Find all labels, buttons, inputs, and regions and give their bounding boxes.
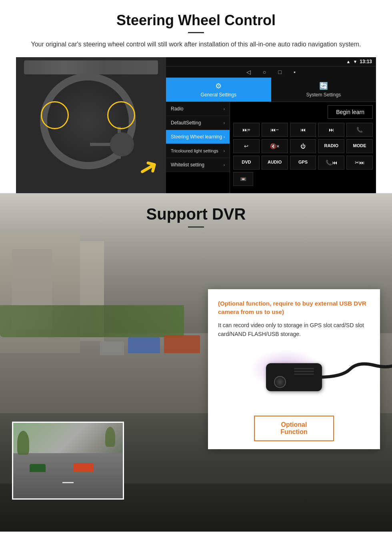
- ctrl-cut-next[interactable]: ✂⏭: [346, 156, 373, 170]
- dvr-divider: [188, 226, 204, 228]
- ctrl-vol-down[interactable]: ⏮−: [262, 123, 288, 137]
- system-icon: 🔄: [319, 82, 328, 90]
- menu-steering-label: Steering Wheel learning: [171, 134, 222, 140]
- ctrl-power[interactable]: ⏻: [290, 139, 316, 153]
- control-row-2: ↩ 🔇× ⏻ RADIO MODE: [233, 139, 373, 153]
- ctrl-next-track[interactable]: ⏭: [318, 123, 344, 137]
- wheel-hub: [110, 132, 134, 156]
- tab-general-settings[interactable]: ⚙ General Settings: [166, 78, 271, 102]
- preview-car-2: [74, 463, 94, 472]
- begin-learn-button[interactable]: Begin learn: [328, 105, 373, 119]
- tab-general-label: General Settings: [201, 92, 236, 98]
- control-row-3: DVD AUDIO GPS 📞⏮ ✂⏭: [233, 156, 373, 170]
- highlight-circle-left: [41, 101, 69, 129]
- title-divider1: [188, 32, 204, 33]
- dvr-title: Support DVR: [0, 205, 392, 223]
- menu-radio-label: Radio: [171, 106, 183, 112]
- highlight-circle-right: [107, 101, 135, 129]
- ctrl-phone-prev[interactable]: 📞⏮: [318, 156, 344, 170]
- android-nav-bar: ◁ ○ □ ▪: [166, 66, 376, 78]
- section1-subtitle: Your original car's steering wheel contr…: [16, 40, 376, 49]
- camera-lens-icon: [274, 376, 286, 388]
- dvr-cam-body: [266, 363, 322, 391]
- usb-cable-svg: [318, 357, 392, 393]
- chevron-icon: ›: [224, 135, 225, 139]
- settings-body: Radio › DefaultSetting › Steering Wheel …: [166, 102, 376, 193]
- dvr-content: Support DVR: [0, 193, 392, 232]
- ctrl-vol-up[interactable]: ⏭+: [233, 123, 260, 137]
- ctrl-radio[interactable]: RADIO: [318, 139, 344, 153]
- dvr-title-area: Support DVR: [0, 193, 392, 232]
- dvr-optional-text: (Optional function, require to buy exter…: [218, 299, 370, 316]
- steering-section: Steering Wheel Control Your original car…: [0, 0, 392, 193]
- menu-item-whitelist[interactable]: Whitelist setting ›: [166, 158, 230, 172]
- gear-icon: ⚙: [215, 82, 222, 90]
- signal-icon: ▲: [346, 59, 351, 64]
- ctrl-mute[interactable]: 🔇×: [262, 139, 288, 153]
- preview-car-1: [30, 464, 46, 472]
- wifi-icon: ▼: [353, 59, 357, 64]
- settings-tabs: ⚙ General Settings 🔄 System Settings: [166, 78, 376, 102]
- ctrl-gps[interactable]: GPS: [290, 156, 316, 170]
- control-top-row: Begin learn: [233, 105, 373, 119]
- section1-title: Steering Wheel Control: [16, 12, 376, 29]
- chevron-icon: ›: [224, 149, 225, 153]
- vent-3: [294, 374, 314, 375]
- chevron-icon: ›: [224, 121, 225, 125]
- dvr-section: Support DVR (Optional function, require …: [0, 193, 392, 532]
- menu-whitelist-label: Whitelist setting: [171, 162, 204, 168]
- control-row-4: 📼: [233, 172, 373, 186]
- nav-home-icon[interactable]: ○: [263, 69, 266, 75]
- menu-item-radio[interactable]: Radio ›: [166, 102, 230, 116]
- chevron-icon: ›: [224, 163, 225, 167]
- vent-1: [294, 368, 314, 369]
- dvr-info-card: (Optional function, require to buy exter…: [208, 289, 380, 449]
- menu-item-tricoloured[interactable]: Tricoloured light settings ›: [166, 144, 230, 158]
- control-panel: Begin learn ⏭+ ⏮− ⏮ ⏭ 📞 ↩ 🔇× ⏻: [230, 102, 376, 193]
- android-statusbar: ▲ ▼ 13:13: [166, 57, 376, 66]
- dvr-small-camera-preview: [12, 422, 124, 500]
- road-line: [62, 482, 73, 483]
- ctrl-dvr[interactable]: 📼: [233, 172, 253, 186]
- ctrl-mode[interactable]: MODE: [346, 139, 373, 153]
- nav-menu-icon[interactable]: ▪: [294, 69, 296, 75]
- ctrl-audio[interactable]: AUDIO: [262, 156, 288, 170]
- steering-panel: ➜ ▲ ▼ 13:13 ◁ ○ □ ▪ ⚙ General Settings: [16, 57, 376, 193]
- camera-vents: [294, 368, 314, 375]
- control-row-1: ⏭+ ⏮− ⏮ ⏭ 📞: [233, 123, 373, 137]
- menu-item-default-setting[interactable]: DefaultSetting ›: [166, 116, 230, 130]
- vent-2: [294, 371, 314, 372]
- nav-back-icon[interactable]: ◁: [246, 69, 251, 75]
- preview-road: [13, 453, 123, 498]
- nav-recents-icon[interactable]: □: [278, 69, 282, 75]
- settings-menu: Radio › DefaultSetting › Steering Wheel …: [166, 102, 230, 193]
- tab-system-settings[interactable]: 🔄 System Settings: [271, 78, 376, 102]
- ctrl-phone[interactable]: 📞: [346, 123, 373, 137]
- tab-system-label: System Settings: [306, 92, 341, 98]
- ctrl-dvd[interactable]: DVD: [233, 156, 260, 170]
- arrow-indicator: ➜: [132, 150, 164, 184]
- menu-default-label: DefaultSetting: [171, 120, 201, 126]
- chevron-icon: ›: [224, 107, 225, 111]
- optional-function-button[interactable]: Optional Function: [254, 416, 334, 441]
- ctrl-hang-up[interactable]: ↩: [233, 139, 260, 153]
- menu-item-steering-wheel[interactable]: Steering Wheel learning ›: [166, 130, 230, 144]
- dashboard-gauges: [24, 60, 158, 74]
- dvr-camera-image: [218, 345, 370, 409]
- menu-tricoloured-label: Tricoloured light settings: [171, 148, 218, 154]
- steering-photo: ➜: [16, 57, 166, 193]
- dvr-body-text: It can record video only to storage in G…: [218, 321, 370, 339]
- ctrl-prev-track[interactable]: ⏮: [290, 123, 316, 137]
- android-ui-panel: ▲ ▼ 13:13 ◁ ○ □ ▪ ⚙ General Settings 🔄 S: [166, 57, 376, 193]
- status-time: 13:13: [360, 59, 372, 64]
